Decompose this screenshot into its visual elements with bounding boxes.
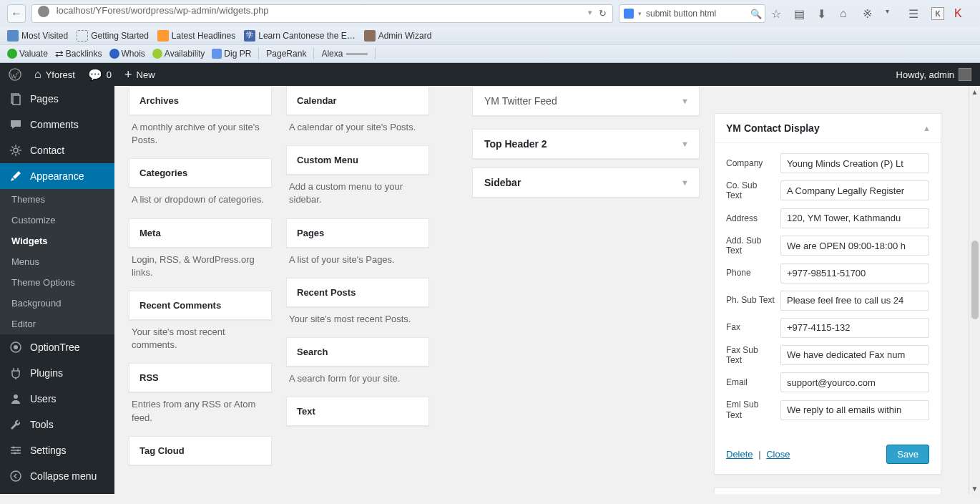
new-link[interactable]: +New — [124, 67, 155, 82]
widget-recent-posts[interactable]: Recent Posts — [286, 278, 429, 307]
input-fax-sub-text[interactable] — [780, 345, 929, 365]
comments-link[interactable]: 💬0 — [88, 68, 112, 82]
submenu-background[interactable]: Background — [0, 293, 114, 314]
user-greeting[interactable]: Howdy, admin — [896, 68, 971, 81]
plugin-toolbar-icon[interactable]: ※ — [863, 7, 876, 20]
close-link[interactable]: Close — [766, 449, 790, 460]
save-button[interactable]: Save — [886, 445, 929, 464]
menu-settings[interactable]: Settings — [0, 437, 114, 463]
k-icon[interactable]: K — [931, 7, 944, 20]
chevron-down-icon[interactable]: ▼ — [681, 178, 689, 187]
widget-recent-comments[interactable]: Recent Comments — [129, 291, 272, 320]
submenu-customize[interactable]: Customize — [0, 210, 114, 231]
chevron-up-icon[interactable]: ▲ — [923, 124, 931, 132]
input-email[interactable] — [780, 372, 929, 392]
kaspersky-icon[interactable]: K — [954, 7, 967, 20]
chevron-down-icon[interactable]: ▼ — [681, 140, 689, 148]
sidebar-top-header-2[interactable]: Top Header 2▼ — [472, 129, 700, 159]
site-link[interactable]: ⌂Yforest — [34, 68, 75, 81]
scroll-thumb[interactable] — [971, 241, 979, 319]
chevron-down-icon[interactable]: ▼ — [681, 97, 689, 105]
input-co-sub-text[interactable] — [780, 180, 929, 200]
sidebar-ym-twitter[interactable]: YM Twitter Feed▼ — [472, 86, 700, 116]
download-icon[interactable]: ⬇ — [817, 7, 830, 20]
submenu-themes[interactable]: Themes — [0, 189, 114, 210]
input-phone[interactable] — [780, 263, 929, 284]
panel-header[interactable]: YM Contact Display▲ — [715, 114, 941, 143]
widget-categories[interactable]: Categories — [129, 158, 272, 188]
home-icon[interactable]: ⌂ — [840, 7, 853, 20]
tool-availability[interactable]: Availability — [152, 49, 205, 59]
bookmark-getting-started[interactable]: Getting Started — [77, 30, 149, 42]
submenu-widgets[interactable]: Widgets — [0, 231, 114, 251]
bookmark-most-visited[interactable]: Most Visited — [7, 30, 68, 42]
menu-tools[interactable]: Tools — [0, 412, 114, 437]
tool-pagerank[interactable]: PageRank — [266, 49, 306, 59]
search-engine-dropdown-icon[interactable]: ▾ — [638, 10, 642, 17]
menu-plugins[interactable]: Plugins — [0, 360, 114, 386]
widget-archives[interactable]: Archives — [129, 86, 272, 115]
wp-logo[interactable] — [9, 68, 21, 81]
widget-search[interactable]: Search — [286, 337, 429, 367]
bookmark-latest-headlines[interactable]: Latest Headlines — [157, 30, 235, 42]
form-label: Fax — [726, 322, 775, 332]
widget-text[interactable]: Text — [286, 397, 429, 426]
menu-pages[interactable]: Pages — [0, 86, 114, 112]
address-bar[interactable]: localhost/YForest/wordpress/wp-admin/wid… — [31, 4, 613, 23]
scrollbar[interactable]: ▲ ▼ — [969, 86, 980, 494]
scroll-up-icon[interactable]: ▲ — [969, 86, 980, 97]
input-add-sub-text[interactable] — [780, 236, 929, 256]
widget-description: Your site's most recent Posts. — [286, 307, 429, 337]
reload-icon[interactable]: ↻ — [599, 8, 607, 19]
separator — [313, 48, 314, 59]
submenu-editor[interactable]: Editor — [0, 314, 114, 334]
submenu-theme-options[interactable]: Theme Options — [0, 272, 114, 293]
search-go-icon[interactable]: 🔍 — [750, 9, 760, 19]
submenu-menus[interactable]: Menus — [0, 251, 114, 272]
tool-whois[interactable]: Whois — [109, 49, 145, 59]
menu-optiontree[interactable]: OptionTree — [0, 334, 114, 360]
sidebar-sidebar[interactable]: Sidebar▼ — [472, 168, 700, 198]
form-row: Address — [726, 208, 929, 228]
widget-tag-cloud[interactable]: Tag Cloud — [129, 436, 272, 465]
input-address[interactable] — [780, 208, 929, 228]
dropdown-icon[interactable]: ▾ — [588, 8, 592, 17]
tool-alexa[interactable]: Alexa — [321, 49, 368, 59]
widget-rss[interactable]: RSS — [129, 363, 272, 392]
tool-dig-pr[interactable]: Dig PR — [212, 49, 251, 59]
bookmark-icon — [7, 30, 19, 42]
sidebar-footer-3[interactable]: Footer 3▼ — [714, 488, 941, 494]
widget-title: Meta — [129, 219, 271, 247]
tool-backlinks[interactable]: ⇄Backlinks — [55, 48, 102, 59]
widget-pages[interactable]: Pages — [286, 218, 429, 248]
widget-calendar[interactable]: Calendar — [286, 86, 429, 115]
menu-collapse[interactable]: Collapse menu — [0, 463, 114, 489]
tool-valuate[interactable]: Valuate — [7, 49, 48, 59]
input-fax[interactable] — [780, 318, 929, 338]
menu-users[interactable]: Users — [0, 386, 114, 412]
input-company[interactable] — [780, 153, 929, 173]
menu-comments[interactable]: Comments — [0, 112, 114, 137]
scroll-down-icon[interactable]: ▼ — [969, 483, 980, 494]
widget-meta[interactable]: Meta — [129, 218, 272, 248]
menu-appearance[interactable]: Appearance — [0, 163, 114, 189]
form-row: Ph. Sub Text — [726, 291, 929, 311]
form-label: Co. Sub Text — [726, 180, 775, 201]
plugin-dropdown-icon[interactable]: ▾ — [886, 7, 898, 20]
browser-chrome: ← localhost/YForest/wordpress/wp-admin/w… — [0, 0, 980, 63]
input-eml-sub-text[interactable] — [780, 400, 929, 420]
menu-contact[interactable]: Contact — [0, 137, 114, 163]
star-icon[interactable]: ☆ — [771, 7, 784, 20]
input-ph-sub-text[interactable] — [780, 291, 929, 311]
form-row: Fax — [726, 318, 929, 338]
reader-icon[interactable]: ▤ — [794, 7, 807, 20]
bookmark-cantonese[interactable]: 学Learn Cantonese the E… — [244, 30, 355, 42]
delete-link[interactable]: Delete — [726, 449, 753, 460]
widget-custom-menu[interactable]: Custom Menu — [286, 145, 429, 175]
back-button[interactable]: ← — [7, 4, 26, 23]
svg-point-3 — [14, 148, 18, 152]
form-label: Eml Sub Text — [726, 399, 775, 420]
bookmark-admin-wizard[interactable]: Admin Wizard — [364, 30, 432, 42]
menu-icon[interactable]: ☰ — [908, 7, 921, 20]
search-engine-box[interactable]: ▾ submit button html 🔍 — [619, 4, 765, 23]
